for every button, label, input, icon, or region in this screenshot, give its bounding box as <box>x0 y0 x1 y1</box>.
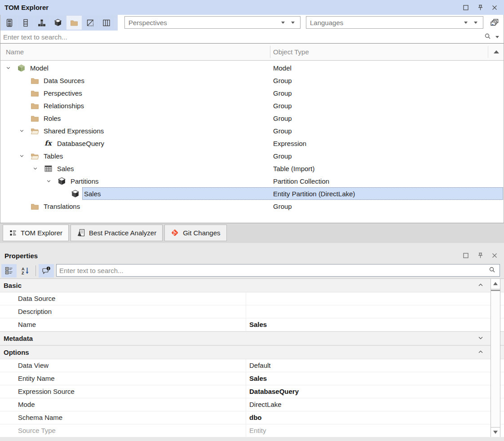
tree-row-shared-expressions[interactable]: Shared Expressions Group <box>0 124 504 137</box>
display-toggle-group <box>0 15 118 31</box>
chevron-down-icon[interactable] <box>477 334 484 343</box>
scroll-up-button[interactable] <box>491 279 500 289</box>
column-header-name[interactable]: Name <box>6 44 24 60</box>
tree-row-sales-partition[interactable]: Sales Entity Partition (DirectLake) <box>0 187 504 200</box>
property-row-description[interactable]: Description <box>0 305 504 318</box>
partition-cube-icon <box>71 190 80 198</box>
scroll-down-button[interactable] <box>491 427 500 437</box>
maximize-button[interactable] <box>461 3 471 13</box>
chevron-down-icon[interactable] <box>32 165 44 172</box>
tree-row-relationships[interactable]: Relationships Group <box>0 99 504 112</box>
tree-row-perspectives[interactable]: Perspectives Group <box>0 87 504 99</box>
properties-search-box <box>56 264 500 277</box>
search-icon[interactable] <box>488 266 500 275</box>
property-row-data-source[interactable]: Data Source <box>0 292 504 305</box>
chevron-up-icon[interactable] <box>477 281 484 290</box>
properties-grid: Basic Data Source Description Name Sales… <box>0 278 504 437</box>
pin-button[interactable] <box>475 3 485 13</box>
tree-row-data-sources[interactable]: Data Sources Group <box>0 74 504 87</box>
tab-tom-explorer[interactable]: TOM Explorer <box>3 225 69 241</box>
property-row-entity-name[interactable]: Entity Name Sales <box>0 372 504 385</box>
column-layout-toggle-button[interactable] <box>99 16 114 30</box>
property-row-expression-source[interactable]: Expression Source DatabaseQuery <box>0 385 504 398</box>
property-row-schema-name[interactable]: Schema Name dbo <box>0 411 504 424</box>
chevron-down-icon[interactable] <box>291 22 295 24</box>
maximize-button[interactable] <box>461 251 471 260</box>
tree-row-databasequery[interactable]: fx DatabaseQuery Expression <box>0 137 504 150</box>
close-button[interactable] <box>490 3 500 13</box>
tree-row-partitions[interactable]: Partitions Partition Collection <box>0 175 504 187</box>
tab-best-practice-analyzer[interactable]: Best Practice Analyzer <box>71 225 163 241</box>
tree-row-translations[interactable]: Translations Group <box>0 200 504 212</box>
category-metadata[interactable]: Metadata <box>0 331 504 345</box>
measures-toggle-button[interactable] <box>2 16 17 30</box>
property-row-mode[interactable]: Mode DirectLake <box>0 398 504 411</box>
folder-icon <box>30 76 39 85</box>
tab-git-changes[interactable]: Git Changes <box>164 225 226 241</box>
tabular-editor-window: TOM Explorer <box>0 0 504 441</box>
toolbar-separator <box>35 265 36 276</box>
columns-toggle-button[interactable] <box>18 16 33 30</box>
tom-search-row <box>0 31 504 44</box>
tree-row-model[interactable]: Model Model <box>0 62 504 74</box>
column-icon <box>21 18 30 27</box>
tree-row-roles[interactable]: Roles Group <box>0 112 504 124</box>
scrollbar-thumb[interactable] <box>491 290 500 291</box>
tom-tree: Model Model Data Sources Group Perspecti… <box>0 61 504 223</box>
categorized-view-button[interactable] <box>1 264 17 278</box>
folder-icon <box>30 202 39 211</box>
folder-icon <box>70 18 79 27</box>
cascade-windows-button[interactable] <box>488 17 500 29</box>
column-header-object-type[interactable]: Object Type <box>273 44 309 60</box>
chevron-down-icon[interactable] <box>281 22 285 24</box>
alphabetical-view-button[interactable]: AZ <box>18 264 33 278</box>
chevron-down-icon[interactable] <box>5 64 17 71</box>
chevron-up-icon[interactable] <box>477 348 484 357</box>
property-row-source-type: Source Type Entity <box>0 424 504 437</box>
tree-search-input[interactable] <box>0 33 484 41</box>
tree-list-icon <box>9 229 17 237</box>
pin-button[interactable] <box>475 251 485 260</box>
chevron-down-icon[interactable] <box>495 36 499 38</box>
chevron-down-icon[interactable] <box>18 127 30 134</box>
hidden-objects-toggle-button[interactable] <box>83 16 98 30</box>
category-basic[interactable]: Basic <box>0 279 504 292</box>
languages-combobox[interactable]: Languages <box>306 16 483 29</box>
cube-icon <box>53 18 62 27</box>
hidden-diagonal-icon <box>86 18 95 27</box>
chevron-down-icon[interactable] <box>45 177 57 185</box>
columns-icon <box>102 18 111 27</box>
perspectives-combobox[interactable]: Perspectives <box>124 16 301 29</box>
properties-search-input[interactable] <box>57 267 488 274</box>
tree-row-sales-table[interactable]: Sales Table (Import) <box>0 162 504 175</box>
property-row-data-view[interactable]: Data View Default <box>0 359 504 372</box>
triangle-up-icon <box>493 282 498 285</box>
category-options[interactable]: Options <box>0 345 504 359</box>
panel-gap <box>0 243 504 248</box>
folders-toggle-button[interactable] <box>66 16 82 30</box>
property-row-name[interactable]: Name Sales <box>0 318 504 331</box>
panel-title: TOM Explorer <box>4 4 49 11</box>
close-button[interactable] <box>490 251 500 260</box>
git-icon <box>171 229 179 237</box>
perspectives-placeholder: Perspectives <box>128 19 167 26</box>
column-divider[interactable] <box>270 46 270 58</box>
panel-bottom-strip <box>0 437 504 441</box>
folder-open-icon <box>30 127 39 135</box>
properties-titlebar: Properties <box>0 248 504 263</box>
chevron-down-icon[interactable] <box>18 152 30 159</box>
sort-ascending-icon[interactable] <box>494 50 499 53</box>
folder-icon <box>30 89 39 97</box>
tree-column-headers: Name Object Type <box>0 44 504 61</box>
chevron-down-icon[interactable] <box>474 22 477 24</box>
search-icon[interactable] <box>484 32 491 41</box>
svg-text:Z: Z <box>22 271 24 275</box>
hierarchies-toggle-button[interactable] <box>34 16 49 30</box>
folder-icon <box>30 114 39 123</box>
properties-scrollbar[interactable] <box>491 279 500 437</box>
tree-row-tables[interactable]: Tables Group <box>0 150 504 162</box>
show-description-button[interactable] <box>39 264 54 278</box>
properties-toolbar: AZ <box>0 263 504 278</box>
chevron-down-icon[interactable] <box>464 22 468 24</box>
partitions-toggle-button[interactable] <box>50 16 66 30</box>
